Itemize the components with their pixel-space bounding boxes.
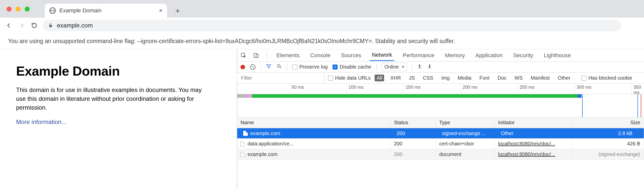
filter-type-ws[interactable]: WS bbox=[513, 75, 525, 81]
filter-type-xhr[interactable]: XHR bbox=[388, 75, 403, 81]
address-bar[interactable]: example.com bbox=[43, 20, 621, 31]
network-timeline-ruler[interactable]: 50 ms 100 ms 150 ms 200 ms 250 ms 300 ms… bbox=[237, 84, 644, 94]
devtools-tabbar: Elements Console Sources Network Perform… bbox=[237, 49, 644, 61]
col-initiator[interactable]: Initiator bbox=[495, 117, 573, 128]
back-button[interactable] bbox=[5, 21, 13, 29]
svg-rect-2 bbox=[256, 54, 258, 57]
tab-console[interactable]: Console bbox=[308, 50, 333, 61]
tab-close-icon[interactable]: × bbox=[159, 7, 163, 14]
disable-cache-checkbox[interactable]: ✓Disable cache bbox=[333, 64, 371, 70]
favicon-globe-icon bbox=[49, 7, 56, 14]
infobar-warning: You are using an unsupported command-lin… bbox=[0, 33, 644, 49]
browser-tab[interactable]: Example Domain × bbox=[45, 4, 167, 18]
network-row[interactable]: data:application/ce... 200 cert-chain+cb… bbox=[237, 139, 644, 149]
network-table-header[interactable]: Name Status Type Initiator Size bbox=[237, 117, 644, 128]
page-paragraph: This domain is for use in illustrative e… bbox=[16, 86, 207, 112]
network-requests-table: Name Status Type Initiator Size example.… bbox=[237, 117, 644, 160]
clear-button[interactable] bbox=[250, 64, 256, 70]
filter-type-doc[interactable]: Doc bbox=[496, 75, 509, 81]
tab-title: Example Domain bbox=[59, 7, 155, 14]
initiator-link[interactable]: localhost:8080/priv/doc/... bbox=[498, 141, 555, 147]
window-minimize-icon[interactable] bbox=[16, 7, 21, 12]
col-status[interactable]: Status bbox=[390, 117, 436, 128]
filter-type-all[interactable]: All bbox=[375, 75, 384, 81]
throttling-select[interactable]: Online bbox=[382, 63, 407, 71]
filter-type-css[interactable]: CSS bbox=[421, 75, 435, 81]
svg-rect-4 bbox=[418, 68, 421, 68]
browser-toolbar: example.com bbox=[0, 18, 644, 33]
network-toolbar: Preserve log ✓Disable cache Online bbox=[237, 61, 644, 73]
download-har-icon[interactable] bbox=[427, 64, 432, 70]
col-type[interactable]: Type bbox=[436, 117, 495, 128]
window-traffic-lights bbox=[7, 7, 30, 12]
preserve-log-checkbox[interactable]: Preserve log bbox=[292, 64, 328, 70]
record-button[interactable] bbox=[240, 65, 245, 69]
svg-rect-5 bbox=[428, 68, 431, 68]
tab-performance[interactable]: Performance bbox=[401, 50, 436, 61]
page-more-info-link[interactable]: More information... bbox=[16, 118, 66, 125]
file-icon bbox=[243, 131, 248, 136]
window-close-icon[interactable] bbox=[7, 7, 12, 12]
tab-application[interactable]: Application bbox=[473, 50, 505, 61]
network-row[interactable]: example.com 200 document localhost:8080/… bbox=[237, 149, 644, 160]
search-icon[interactable] bbox=[276, 64, 282, 70]
url-text: example.com bbox=[57, 22, 93, 29]
filter-toggle-icon[interactable] bbox=[266, 64, 271, 70]
tab-lighthouse[interactable]: Lighthouse bbox=[542, 50, 573, 61]
tab-elements[interactable]: Elements bbox=[274, 50, 302, 61]
new-tab-button[interactable]: ＋ bbox=[172, 5, 183, 16]
reload-button[interactable] bbox=[30, 21, 38, 29]
tab-security[interactable]: Security bbox=[511, 50, 535, 61]
forward-button[interactable] bbox=[18, 21, 26, 29]
svg-point-3 bbox=[277, 65, 280, 67]
filter-type-manifest[interactable]: Manifest bbox=[529, 75, 552, 81]
device-toggle-icon[interactable] bbox=[253, 52, 259, 58]
network-row[interactable]: example.com 200 signed-exchange ... Othe… bbox=[237, 128, 644, 139]
col-size[interactable]: Size bbox=[573, 117, 644, 128]
window-zoom-icon[interactable] bbox=[25, 7, 30, 12]
network-filter-bar: Hide data URLs All XHR JS CSS Img Media … bbox=[237, 73, 644, 84]
page-viewport: Example Domain This domain is for use in… bbox=[0, 49, 237, 190]
browser-tabstrip: Example Domain × ＋ bbox=[0, 0, 644, 18]
filter-type-other[interactable]: Other bbox=[556, 75, 572, 81]
inspect-element-icon[interactable] bbox=[240, 52, 247, 58]
filter-type-media[interactable]: Media bbox=[456, 75, 473, 81]
hide-data-urls-checkbox[interactable]: Hide data URLs bbox=[328, 75, 371, 81]
upload-har-icon[interactable] bbox=[417, 64, 422, 70]
file-icon bbox=[240, 152, 245, 157]
network-overview[interactable] bbox=[237, 94, 644, 117]
devtools-panel: Elements Console Sources Network Perform… bbox=[237, 49, 644, 190]
initiator-link[interactable]: localhost:8080/priv/doc/... bbox=[498, 151, 555, 157]
blocked-cookies-checkbox[interactable]: Has blocked cookie bbox=[581, 75, 632, 81]
file-icon bbox=[240, 141, 245, 146]
tab-memory[interactable]: Memory bbox=[443, 50, 467, 61]
col-name[interactable]: Name bbox=[237, 117, 390, 128]
page-heading: Example Domain bbox=[16, 64, 221, 79]
filter-type-js[interactable]: JS bbox=[407, 75, 417, 81]
filter-input[interactable] bbox=[237, 73, 325, 83]
lock-icon bbox=[48, 23, 53, 28]
filter-type-img[interactable]: Img bbox=[439, 75, 452, 81]
filter-type-font[interactable]: Font bbox=[477, 75, 492, 81]
tab-sources[interactable]: Sources bbox=[339, 50, 363, 61]
tab-network[interactable]: Network bbox=[370, 50, 394, 61]
